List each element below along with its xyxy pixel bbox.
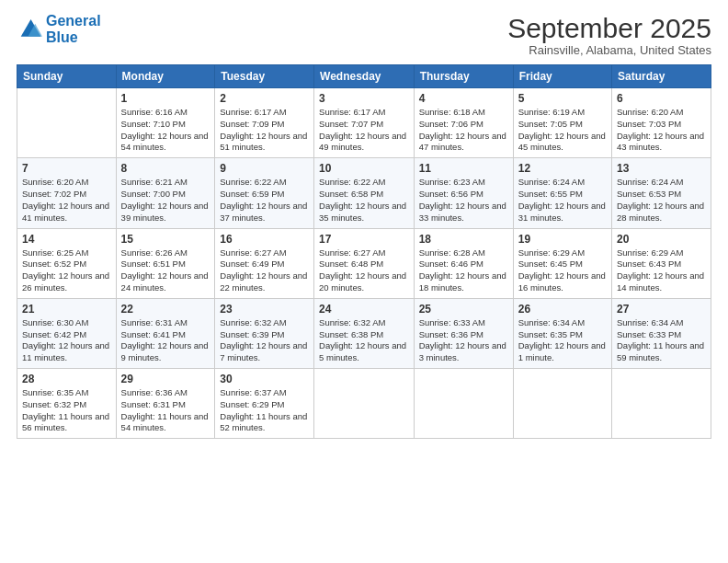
day-number: 16: [220, 233, 309, 246]
daylight-text: Daylight: 12 hours and 3 minutes.: [419, 340, 506, 362]
day-info: Sunrise: 6:27 AMSunset: 6:48 PMDaylight:…: [319, 247, 409, 294]
day-number: 22: [121, 303, 210, 316]
sunset-text: Sunset: 6:46 PM: [419, 259, 483, 269]
day-info: Sunrise: 6:26 AMSunset: 6:51 PMDaylight:…: [121, 247, 210, 294]
sunrise-text: Sunrise: 6:25 AM: [22, 247, 88, 258]
day-number: 10: [319, 162, 409, 175]
daylight-text: Daylight: 12 hours and 7 minutes.: [220, 340, 307, 362]
sunrise-text: Sunrise: 6:32 AM: [220, 317, 286, 327]
daylight-text: Daylight: 12 hours and 20 minutes.: [319, 270, 406, 293]
day-number: 28: [22, 373, 111, 385]
day-info: Sunrise: 6:16 AMSunset: 7:10 PMDaylight:…: [121, 107, 210, 154]
day-info: Sunrise: 6:36 AMSunset: 6:31 PMDaylight:…: [121, 387, 210, 434]
table-row: 10Sunrise: 6:22 AMSunset: 6:58 PMDayligh…: [314, 158, 415, 228]
day-info: Sunrise: 6:29 AMSunset: 6:45 PMDaylight:…: [518, 247, 607, 294]
logo: General Blue: [17, 13, 101, 45]
sunrise-text: Sunrise: 6:29 AM: [518, 247, 585, 258]
day-info: Sunrise: 6:19 AMSunset: 7:05 PMDaylight:…: [518, 107, 607, 154]
daylight-text: Daylight: 12 hours and 16 minutes.: [518, 270, 606, 293]
day-info: Sunrise: 6:37 AMSunset: 6:29 PMDaylight:…: [220, 387, 309, 434]
top-section: General Blue September 2025 Rainsville, …: [17, 13, 711, 57]
sunrise-text: Sunrise: 6:36 AM: [121, 387, 188, 397]
daylight-text: Daylight: 12 hours and 41 minutes.: [22, 201, 109, 223]
header-saturday: Saturday: [612, 65, 711, 88]
day-number: 9: [220, 162, 309, 175]
day-info: Sunrise: 6:27 AMSunset: 6:49 PMDaylight:…: [220, 247, 309, 294]
table-row: 13Sunrise: 6:24 AMSunset: 6:53 PMDayligh…: [612, 158, 711, 228]
sunrise-text: Sunrise: 6:21 AM: [121, 177, 188, 187]
sunset-text: Sunset: 6:55 PM: [518, 189, 583, 199]
daylight-text: Daylight: 11 hours and 56 minutes.: [22, 411, 109, 433]
sunrise-text: Sunrise: 6:32 AM: [319, 317, 385, 327]
daylight-text: Daylight: 12 hours and 49 minutes.: [319, 131, 406, 153]
daylight-text: Daylight: 12 hours and 9 minutes.: [121, 340, 209, 362]
day-info: Sunrise: 6:22 AMSunset: 6:59 PMDaylight:…: [220, 177, 309, 224]
table-row: 12Sunrise: 6:24 AMSunset: 6:55 PMDayligh…: [513, 158, 611, 228]
table-row: 17Sunrise: 6:27 AMSunset: 6:48 PMDayligh…: [314, 228, 415, 298]
sunset-text: Sunset: 6:39 PM: [220, 329, 284, 339]
sunrise-text: Sunrise: 6:26 AM: [121, 247, 188, 258]
day-info: Sunrise: 6:32 AMSunset: 6:39 PMDaylight:…: [220, 317, 309, 364]
daylight-text: Daylight: 12 hours and 51 minutes.: [220, 131, 307, 153]
sunrise-text: Sunrise: 6:34 AM: [518, 317, 585, 327]
day-number: 5: [518, 92, 607, 105]
sunrise-text: Sunrise: 6:24 AM: [518, 177, 585, 187]
day-info: Sunrise: 6:21 AMSunset: 7:00 PMDaylight:…: [121, 177, 210, 224]
table-row: 2Sunrise: 6:17 AMSunset: 7:09 PMDaylight…: [215, 88, 314, 158]
sunrise-text: Sunrise: 6:23 AM: [419, 177, 485, 187]
calendar-header-row: Sunday Monday Tuesday Wednesday Thursday…: [17, 65, 711, 88]
calendar-week-2: 7Sunrise: 6:20 AMSunset: 7:02 PMDaylight…: [17, 158, 711, 228]
daylight-text: Daylight: 12 hours and 45 minutes.: [518, 131, 606, 153]
daylight-text: Daylight: 12 hours and 5 minutes.: [319, 340, 406, 362]
logo-line1: General: [46, 13, 101, 29]
daylight-text: Daylight: 12 hours and 24 minutes.: [121, 270, 209, 293]
table-row: 28Sunrise: 6:35 AMSunset: 6:32 PMDayligh…: [17, 369, 117, 439]
day-info: Sunrise: 6:17 AMSunset: 7:09 PMDaylight:…: [220, 107, 309, 154]
day-number: 1: [121, 92, 210, 105]
day-info: Sunrise: 6:25 AMSunset: 6:52 PMDaylight:…: [22, 247, 111, 294]
day-number: 30: [220, 373, 309, 385]
table-row: 6Sunrise: 6:20 AMSunset: 7:03 PMDaylight…: [612, 88, 711, 158]
table-row: 19Sunrise: 6:29 AMSunset: 6:45 PMDayligh…: [513, 228, 611, 298]
sunrise-text: Sunrise: 6:27 AM: [319, 247, 385, 258]
header-wednesday: Wednesday: [314, 65, 415, 88]
day-number: 17: [319, 233, 409, 246]
daylight-text: Daylight: 12 hours and 14 minutes.: [617, 270, 704, 293]
header-right: September 2025 Rainsville, Alabama, Unit…: [507, 13, 711, 57]
sunrise-text: Sunrise: 6:28 AM: [419, 247, 485, 258]
day-info: Sunrise: 6:17 AMSunset: 7:07 PMDaylight:…: [319, 107, 409, 154]
day-number: 18: [419, 233, 508, 246]
sunrise-text: Sunrise: 6:34 AM: [617, 317, 683, 327]
day-info: Sunrise: 6:22 AMSunset: 6:58 PMDaylight:…: [319, 177, 409, 224]
table-row: 23Sunrise: 6:32 AMSunset: 6:39 PMDayligh…: [215, 298, 314, 368]
day-number: 20: [617, 233, 706, 246]
daylight-text: Daylight: 12 hours and 26 minutes.: [22, 270, 109, 293]
daylight-text: Daylight: 12 hours and 33 minutes.: [419, 201, 506, 223]
sunrise-text: Sunrise: 6:27 AM: [220, 247, 286, 258]
sunset-text: Sunset: 7:03 PM: [617, 119, 681, 129]
sunset-text: Sunset: 6:31 PM: [121, 399, 186, 409]
sunrise-text: Sunrise: 6:16 AM: [121, 107, 188, 117]
day-info: Sunrise: 6:29 AMSunset: 6:43 PMDaylight:…: [617, 247, 706, 294]
sunset-text: Sunset: 6:45 PM: [518, 259, 583, 269]
day-info: Sunrise: 6:23 AMSunset: 6:56 PMDaylight:…: [419, 177, 508, 224]
daylight-text: Daylight: 12 hours and 22 minutes.: [220, 270, 307, 293]
day-number: 21: [22, 303, 111, 316]
day-info: Sunrise: 6:35 AMSunset: 6:32 PMDaylight:…: [22, 387, 111, 434]
daylight-text: Daylight: 12 hours and 39 minutes.: [121, 201, 209, 223]
header-sunday: Sunday: [17, 65, 117, 88]
sunset-text: Sunset: 6:38 PM: [319, 329, 383, 339]
daylight-text: Daylight: 12 hours and 37 minutes.: [220, 201, 307, 223]
sunrise-text: Sunrise: 6:22 AM: [220, 177, 286, 187]
sunrise-text: Sunrise: 6:35 AM: [22, 387, 88, 397]
table-row: 11Sunrise: 6:23 AMSunset: 6:56 PMDayligh…: [414, 158, 513, 228]
header-monday: Monday: [116, 65, 215, 88]
day-number: 24: [319, 303, 409, 316]
sunset-text: Sunset: 6:53 PM: [617, 189, 681, 199]
table-row: 8Sunrise: 6:21 AMSunset: 7:00 PMDaylight…: [116, 158, 215, 228]
table-row: [17, 88, 117, 158]
day-number: 25: [419, 303, 508, 316]
day-number: 6: [617, 92, 706, 105]
sunrise-text: Sunrise: 6:17 AM: [220, 107, 286, 117]
table-row: 26Sunrise: 6:34 AMSunset: 6:35 PMDayligh…: [513, 298, 611, 368]
